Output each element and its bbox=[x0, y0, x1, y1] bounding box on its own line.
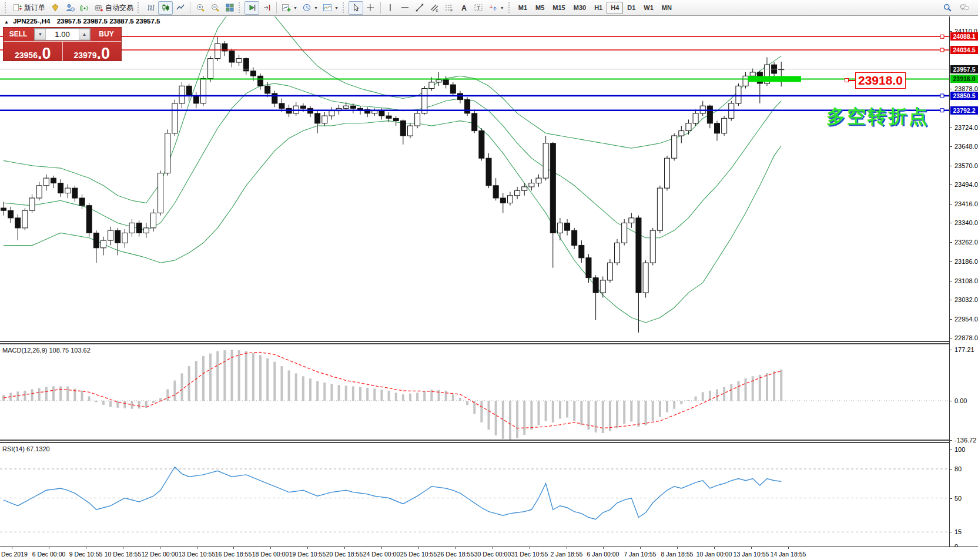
timeframe-m5-button[interactable]: M5 bbox=[531, 2, 548, 14]
price-axis[interactable]: 24110.023878.023724.023648.023570.023494… bbox=[949, 16, 978, 546]
macd-histogram-bar bbox=[623, 401, 625, 424]
channel-button[interactable]: E bbox=[427, 1, 442, 15]
price-tag: 23792.2 bbox=[950, 106, 978, 115]
volume-down-button[interactable]: ▼ bbox=[35, 29, 46, 40]
candle-body bbox=[522, 187, 527, 190]
chart-shift-button[interactable] bbox=[259, 1, 274, 15]
trendline-button[interactable] bbox=[413, 1, 427, 15]
tile-windows-button[interactable] bbox=[222, 1, 237, 15]
trendline-icon bbox=[415, 3, 424, 12]
fibonacci-icon: F bbox=[444, 3, 454, 12]
bar-chart-button[interactable] bbox=[143, 1, 158, 15]
timeframe-m15-button[interactable]: M15 bbox=[548, 2, 569, 14]
line-endpoint-marker[interactable] bbox=[940, 48, 944, 52]
axis-tick bbox=[950, 242, 952, 243]
toolbar-grip[interactable] bbox=[239, 2, 242, 13]
text-button[interactable]: A bbox=[457, 1, 471, 15]
sell-price-button[interactable]: 23956.0 bbox=[4, 42, 63, 61]
rsi-tick-label: 100 bbox=[954, 446, 965, 453]
zoom-out-button[interactable] bbox=[207, 1, 222, 15]
macd-histogram-bar bbox=[302, 376, 304, 401]
new-chart-icon bbox=[282, 3, 291, 12]
chat-button[interactable] bbox=[957, 1, 972, 15]
line-chart-button[interactable] bbox=[173, 1, 187, 15]
volume-up-button[interactable]: ▲ bbox=[79, 29, 90, 40]
zoom-in-button[interactable] bbox=[193, 1, 207, 15]
fibonacci-button[interactable]: F bbox=[442, 1, 457, 15]
rsi-panel[interactable] bbox=[0, 444, 950, 546]
chevron-down-icon: ▼ bbox=[334, 6, 339, 10]
axis-tick bbox=[950, 300, 952, 300]
cursor-button[interactable] bbox=[349, 1, 363, 15]
new-chart-button[interactable]: ▼ bbox=[279, 1, 300, 15]
axis-tick bbox=[950, 281, 952, 281]
line-endpoint-marker[interactable] bbox=[940, 109, 944, 112]
market-button[interactable] bbox=[48, 1, 62, 15]
time-axis[interactable]: 4 Dec 20196 Dec 00:009 Dec 10:5510 Dec 1… bbox=[0, 546, 978, 560]
candle-body bbox=[657, 188, 662, 230]
search-button[interactable] bbox=[940, 1, 954, 15]
price-annotation-label[interactable]: 23918.0 bbox=[855, 72, 906, 89]
candle-body bbox=[493, 186, 498, 198]
panel-divider-rsi[interactable] bbox=[0, 440, 950, 443]
arrows-button[interactable]: ▼ bbox=[486, 1, 507, 15]
timeframe-m30-button[interactable]: M30 bbox=[570, 2, 590, 14]
macd-histogram-bar bbox=[509, 401, 511, 440]
line-endpoint-marker[interactable] bbox=[940, 35, 944, 38]
macd-histogram-bar bbox=[480, 401, 483, 422]
community-button[interactable] bbox=[62, 1, 77, 15]
timeframe-w1-button[interactable]: W1 bbox=[639, 2, 658, 14]
vertical-line-button[interactable] bbox=[383, 1, 398, 15]
price-tick-label: 23186.0 bbox=[954, 258, 978, 265]
indicators-button[interactable]: ▼ bbox=[320, 1, 341, 15]
time-axis-tick bbox=[123, 547, 123, 549]
zoom-out-icon bbox=[210, 3, 220, 12]
buy-button[interactable]: BUY bbox=[92, 28, 121, 41]
macd-panel[interactable] bbox=[0, 345, 950, 440]
candle-body bbox=[215, 43, 220, 58]
panel-divider-macd[interactable] bbox=[0, 341, 950, 344]
time-axis-tick bbox=[197, 547, 197, 549]
line-endpoint-marker[interactable] bbox=[940, 94, 944, 98]
macd-histogram-bar bbox=[31, 389, 34, 401]
horizontal-line-button[interactable] bbox=[398, 1, 413, 15]
label-button[interactable]: T bbox=[471, 1, 486, 15]
time-axis-tick bbox=[567, 547, 567, 549]
candlestick-chart-button[interactable] bbox=[158, 1, 173, 15]
timeframe-d1-button[interactable]: D1 bbox=[623, 2, 639, 14]
buy-price-button[interactable]: 23979.0 bbox=[63, 42, 122, 61]
timeframe-mn-button[interactable]: MN bbox=[658, 2, 676, 14]
indicators-icon bbox=[323, 3, 332, 12]
macd-histogram-bar bbox=[88, 397, 91, 401]
collapse-icon[interactable]: ▲ bbox=[4, 19, 9, 25]
toolbar-grip[interactable] bbox=[5, 2, 8, 13]
highlight-zone[interactable] bbox=[748, 76, 801, 82]
macd-signal-line bbox=[4, 353, 781, 428]
toolbar-grip[interactable] bbox=[343, 2, 346, 13]
macd-histogram-bar bbox=[730, 384, 732, 401]
price-tag: 23957.5 bbox=[950, 65, 978, 73]
community-icon bbox=[65, 3, 75, 12]
timeframe-h1-button[interactable]: H1 bbox=[590, 2, 607, 14]
sell-button[interactable]: SELL bbox=[4, 28, 33, 41]
zoom-in-icon bbox=[196, 3, 205, 12]
volume-value[interactable]: 1.00 bbox=[46, 29, 79, 40]
turning-point-annotation[interactable]: 多空转折点 bbox=[826, 104, 929, 130]
rsi-name: RSI(14) bbox=[2, 445, 25, 452]
new-order-button[interactable]: 新订单 bbox=[11, 1, 48, 15]
autotrading-button[interactable]: 自动交易 bbox=[92, 1, 136, 15]
toolbar-grip[interactable] bbox=[508, 2, 511, 13]
period-icon bbox=[302, 3, 312, 12]
crosshair-button[interactable] bbox=[363, 1, 378, 15]
period-button[interactable]: ▼ bbox=[300, 1, 320, 15]
time-tick-label: 31 Dec 10:55 bbox=[511, 551, 548, 558]
signals-button[interactable] bbox=[77, 1, 92, 15]
timeframe-h4-button[interactable]: H4 bbox=[607, 2, 623, 14]
main-chart[interactable] bbox=[0, 16, 950, 341]
timeframe-m1-button[interactable]: M1 bbox=[514, 2, 531, 14]
auto-scroll-button[interactable] bbox=[244, 1, 259, 15]
time-axis-tick bbox=[788, 547, 789, 549]
search-icon bbox=[943, 3, 952, 12]
price-tick-label: 22878.0 bbox=[954, 334, 978, 341]
toolbar-grip[interactable] bbox=[138, 2, 140, 13]
